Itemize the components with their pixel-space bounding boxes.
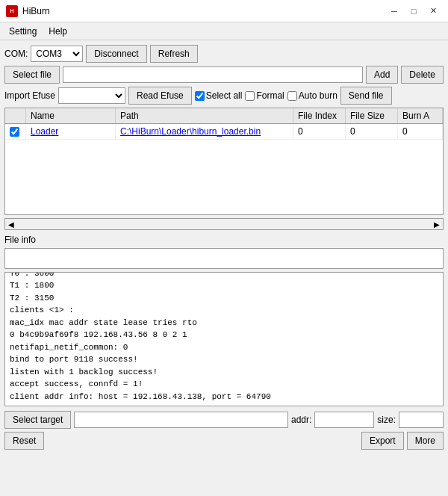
row-checkbox[interactable] bbox=[5, 125, 26, 139]
read-efuse-button[interactable]: Read Efuse bbox=[128, 87, 192, 105]
com-row: COM: COM3 Disconnect Refresh bbox=[4, 45, 444, 63]
file-table: Name Path File Index File Size Burn A Lo… bbox=[4, 108, 444, 215]
maximize-button[interactable]: □ bbox=[405, 4, 423, 19]
file-info-box bbox=[4, 248, 444, 269]
row-name[interactable]: Loader bbox=[26, 124, 116, 139]
h-scrollbar[interactable]: ◀ ▶ bbox=[4, 218, 444, 230]
select-target-button[interactable]: Select target bbox=[4, 411, 71, 429]
file-info-label: File info bbox=[4, 233, 444, 247]
import-efuse-row: Import Efuse Read Efuse Select all Forma… bbox=[4, 87, 444, 105]
select-file-button[interactable]: Select file bbox=[4, 66, 60, 84]
scroll-right-btn[interactable]: ▶ bbox=[431, 220, 443, 229]
scroll-track[interactable] bbox=[17, 219, 431, 229]
table-row: Loader C:\HiBurn\Loader\hiburn_loader.bi… bbox=[5, 124, 443, 140]
formal-label: Formal bbox=[256, 90, 284, 101]
row-file-size: 0 bbox=[346, 124, 398, 139]
add-button[interactable]: Add bbox=[366, 66, 398, 84]
title-bar: H HiBurn ─ □ ✕ bbox=[0, 0, 448, 22]
title-text: HiBurn bbox=[22, 6, 385, 16]
log-box[interactable]: server_id : 192.168.43.1 mask : 255.255.… bbox=[4, 272, 444, 406]
reset-button[interactable]: Reset bbox=[4, 432, 44, 450]
addr-input[interactable] bbox=[314, 412, 374, 428]
table-empty-space bbox=[5, 140, 443, 214]
export-more-group: Export More bbox=[361, 432, 444, 450]
window-controls: ─ □ ✕ bbox=[385, 4, 442, 19]
bottom-row-2: Reset Export More bbox=[4, 432, 444, 450]
select-all-label: Select all bbox=[206, 90, 243, 101]
row-burn-a: 0 bbox=[398, 124, 443, 139]
select-all-group: Select all bbox=[195, 90, 243, 101]
export-button[interactable]: Export bbox=[361, 432, 404, 450]
th-name: Name bbox=[26, 108, 116, 123]
formal-group: Formal bbox=[245, 90, 284, 101]
file-path-input[interactable] bbox=[63, 66, 363, 83]
auto-burn-checkbox[interactable] bbox=[287, 91, 297, 101]
main-content: COM: COM3 Disconnect Refresh Select file… bbox=[0, 40, 448, 454]
select-all-checkbox[interactable] bbox=[195, 91, 205, 101]
disconnect-button[interactable]: Disconnect bbox=[86, 45, 146, 63]
more-button[interactable]: More bbox=[407, 432, 444, 450]
minimize-button[interactable]: ─ bbox=[385, 4, 403, 19]
import-efuse-select[interactable] bbox=[58, 87, 125, 104]
table-header: Name Path File Index File Size Burn A bbox=[5, 108, 443, 124]
row-path[interactable]: C:\HiBurn\Loader\hiburn_loader.bin bbox=[116, 124, 293, 139]
size-input[interactable] bbox=[399, 412, 444, 428]
target-input[interactable] bbox=[74, 412, 288, 428]
menu-bar: Setting Help bbox=[0, 22, 448, 40]
com-label: COM: bbox=[4, 49, 28, 59]
app-logo: H bbox=[6, 5, 18, 17]
menu-help[interactable]: Help bbox=[43, 25, 73, 38]
th-checkbox bbox=[5, 108, 26, 123]
auto-burn-label: Auto burn bbox=[299, 90, 337, 101]
auto-burn-group: Auto burn bbox=[287, 90, 337, 101]
th-file-size: File Size bbox=[346, 108, 398, 123]
refresh-button[interactable]: Refresh bbox=[150, 45, 198, 63]
select-file-row: Select file Add Delete bbox=[4, 66, 444, 84]
formal-checkbox[interactable] bbox=[245, 91, 255, 101]
close-button[interactable]: ✕ bbox=[424, 4, 442, 19]
menu-setting[interactable]: Setting bbox=[3, 25, 43, 38]
th-burn-a: Burn A bbox=[398, 108, 443, 123]
th-path: Path bbox=[116, 108, 293, 123]
bottom-row-1: Select target addr: size: bbox=[4, 411, 444, 429]
import-efuse-label: Import Efuse bbox=[4, 90, 55, 101]
addr-label: addr: bbox=[291, 415, 311, 425]
com-select[interactable]: COM3 bbox=[31, 46, 83, 62]
size-label: size: bbox=[377, 415, 396, 425]
th-file-index: File Index bbox=[293, 108, 346, 123]
row-file-index: 0 bbox=[293, 124, 346, 139]
delete-button[interactable]: Delete bbox=[401, 66, 444, 84]
scroll-left-btn[interactable]: ◀ bbox=[5, 220, 17, 229]
send-file-button[interactable]: Send file bbox=[340, 87, 392, 105]
